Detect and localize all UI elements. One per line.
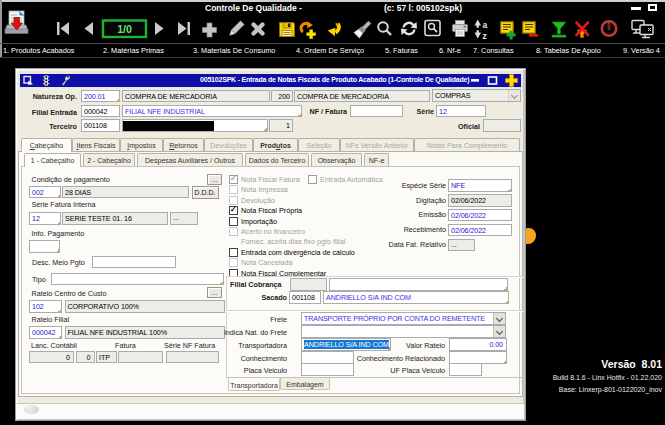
- svg-text:a: a: [483, 20, 488, 30]
- svg-text:1/0: 1/0: [117, 23, 132, 35]
- svg-text:z: z: [483, 31, 487, 41]
